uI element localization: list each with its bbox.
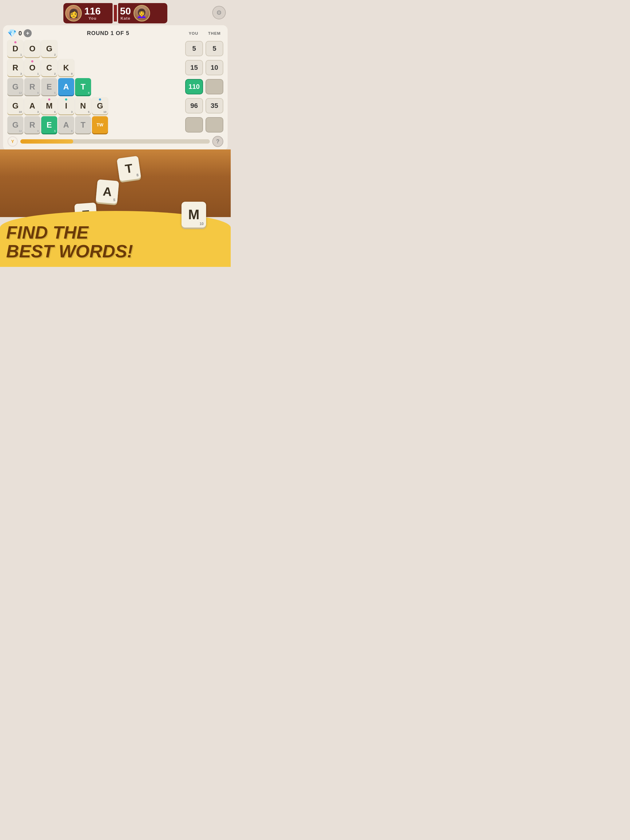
tile-4-3[interactable]: A8 xyxy=(58,116,74,133)
avatar-you: 👩 xyxy=(65,5,82,22)
tile-letter-4-1: R xyxy=(30,121,35,129)
tile-1-2[interactable]: C2 xyxy=(41,59,57,76)
tile-value-2-1: 9 xyxy=(37,91,39,95)
tile-letter-3-5: G xyxy=(97,102,103,110)
tile-3-2[interactable]: M6 xyxy=(41,97,57,114)
tiles-2: G12R9E5AT8 xyxy=(7,78,184,95)
tile-letter-4-4: T xyxy=(81,121,85,129)
tile-3-4[interactable]: N5 xyxy=(75,97,91,114)
floating-tile-1: A5 xyxy=(96,179,119,204)
score-panel-you: 👩 116 You xyxy=(63,3,112,24)
tile-value-4-2: 5 xyxy=(54,129,56,133)
score-panel-them: 50 Kate 👩‍🦱 xyxy=(118,3,167,24)
score-boxes-4 xyxy=(185,117,223,133)
tile-3-0[interactable]: G10 xyxy=(7,97,24,114)
tile-0-1[interactable]: O xyxy=(24,40,40,57)
timer-y-badge: Y xyxy=(7,136,18,147)
tile-value-1-2: 2 xyxy=(54,72,56,75)
tile-letter-3-1: A xyxy=(30,102,35,110)
tile-value-1-1: 1 xyxy=(37,72,39,75)
col-you: YOU xyxy=(185,31,203,36)
tile-0-2[interactable]: G2 xyxy=(41,40,57,57)
float-tile-letter-0: T xyxy=(124,161,133,176)
tile-value-0-0: 1 xyxy=(20,53,22,56)
tile-letter-4-5: TW xyxy=(97,123,103,127)
help-button[interactable]: ? xyxy=(212,136,223,147)
score-box-you-4 xyxy=(185,117,203,133)
tile-2-1[interactable]: R9 xyxy=(24,78,40,95)
tile-letter-2-4: T xyxy=(81,83,85,91)
tile-letter-3-4: N xyxy=(80,102,86,110)
tile-letter-2-3: A xyxy=(63,83,69,91)
game-area: 💎 0 + ROUND 1 OF 5 YOU THEM D1OG255R3O1C… xyxy=(3,25,228,151)
tile-value-1-0: 3 xyxy=(20,72,22,75)
tile-value-1-3: 8 xyxy=(71,72,73,75)
score-info-you: 116 You xyxy=(84,6,101,21)
tile-3-3[interactable]: I3 xyxy=(58,97,74,114)
tiles-4: G12R9E5A8TTW xyxy=(7,116,184,133)
tile-4-0[interactable]: G12 xyxy=(7,116,24,133)
tile-value-4-0: 12 xyxy=(19,129,22,133)
tile-2-4[interactable]: T8 xyxy=(75,78,91,95)
tile-3-5[interactable]: G10 xyxy=(92,97,108,114)
timer-row: Y ? xyxy=(7,136,223,147)
score-box-them-2 xyxy=(206,79,223,95)
tile-letter-0-2: G xyxy=(46,44,52,52)
round-header: 💎 0 + ROUND 1 OF 5 YOU THEM xyxy=(7,29,223,38)
tile-letter-1-3: K xyxy=(63,64,69,72)
label-them: Kate xyxy=(120,16,130,21)
tile-letter-4-2: E xyxy=(46,121,52,129)
timer-bar xyxy=(20,139,210,144)
float-tile-value-1: 5 xyxy=(113,198,116,202)
tile-0-0[interactable]: D1 xyxy=(7,40,24,57)
score-them: 50 xyxy=(120,6,131,16)
timer-bar-fill xyxy=(20,139,73,144)
score-info-them: 50 Kate xyxy=(120,6,131,21)
tile-2-3[interactable]: A xyxy=(58,78,74,95)
score-box-them-4 xyxy=(206,117,223,133)
tile-1-3[interactable]: K8 xyxy=(58,59,74,76)
settings-button[interactable]: ⚙ xyxy=(212,6,226,19)
promo-section: M 10 FIND THE BEST WORDS! xyxy=(0,211,231,267)
tile-letter-3-3: I xyxy=(65,102,67,110)
gem-count: 0 xyxy=(19,30,22,37)
tile-4-2[interactable]: E5 xyxy=(41,116,57,133)
score-box-you-0: 5 xyxy=(185,41,203,56)
tile-letter-1-1: O xyxy=(29,64,35,72)
tile-4-5[interactable]: TW xyxy=(92,116,108,133)
gem-add-button[interactable]: + xyxy=(24,29,32,37)
score-box-them-0: 5 xyxy=(206,41,223,56)
tile-4-4[interactable]: T xyxy=(75,116,91,133)
float-tile-letter-1: A xyxy=(103,184,112,199)
score-box-them-1: 10 xyxy=(206,60,223,75)
float-tile-value-0: 8 xyxy=(136,173,139,177)
tile-value-2-0: 12 xyxy=(19,91,22,95)
tile-value-3-4: 5 xyxy=(88,111,90,114)
promo-line1: FIND THE xyxy=(6,222,88,242)
tiles-3: G10A3M6I3N5G10 xyxy=(7,97,184,114)
tile-1-1[interactable]: O1 xyxy=(24,59,40,76)
tile-2-0[interactable]: G12 xyxy=(7,78,24,95)
tile-letter-0-0: D xyxy=(13,44,19,52)
score-box-them-3: 35 xyxy=(206,98,223,114)
tile-3-1[interactable]: A3 xyxy=(24,97,40,114)
tile-value-2-4: 8 xyxy=(88,91,90,95)
score-column-headers: YOU THEM xyxy=(185,31,223,36)
tile-value-0-2: 2 xyxy=(54,53,56,56)
m-tile-letter: M xyxy=(188,207,199,222)
score-you: 116 xyxy=(84,6,101,16)
tile-value-3-5: 10 xyxy=(103,111,106,114)
tile-2-2[interactable]: E5 xyxy=(41,78,57,95)
tile-letter-1-2: C xyxy=(46,64,52,72)
promo-text: FIND THE BEST WORDS! xyxy=(6,223,225,261)
promo-line2: BEST WORDS! xyxy=(6,241,133,261)
tile-value-4-3: 8 xyxy=(71,129,73,133)
label-you: You xyxy=(88,16,97,21)
tile-value-3-3: 3 xyxy=(71,111,73,114)
score-boxes-2: 110 xyxy=(185,79,223,95)
tile-1-0[interactable]: R3 xyxy=(7,59,24,76)
score-boxes-1: 1510 xyxy=(185,60,223,75)
tile-letter-3-0: G xyxy=(12,102,19,110)
tile-4-1[interactable]: R9 xyxy=(24,116,40,133)
score-box-you-3: 96 xyxy=(185,98,203,114)
